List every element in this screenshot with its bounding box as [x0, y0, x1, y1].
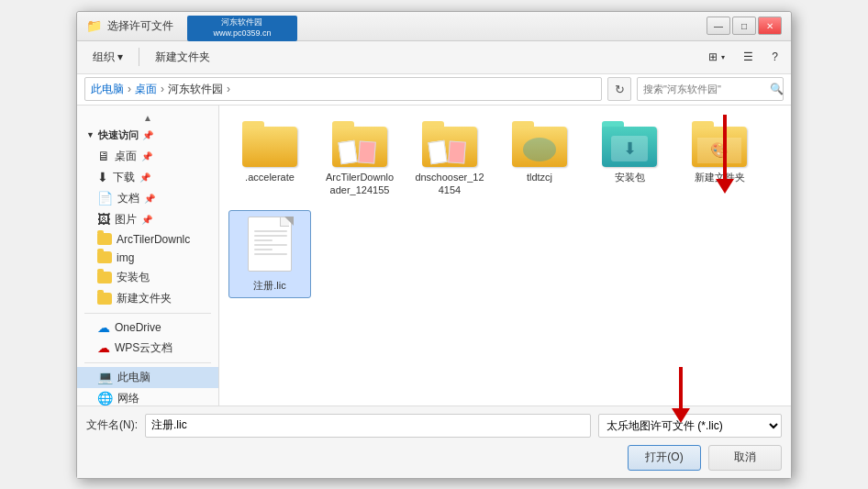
- sidebar-item-install[interactable]: 安装包: [77, 267, 218, 288]
- file-item-lic[interactable]: 注册.lic: [228, 210, 311, 298]
- toolbar: 组织 ▾ 新建文件夹 ⊞ ▾ ☰ ?: [77, 41, 791, 74]
- bottom-arrow-shaft: [679, 367, 683, 408]
- sidebar-desktop-label: 桌面: [115, 149, 137, 164]
- sidebar-pictures-label: 图片: [115, 212, 137, 228]
- help-button[interactable]: ?: [766, 47, 784, 67]
- sidebar-img-label: img: [117, 251, 134, 264]
- documents-pin-icon: 📌: [144, 194, 155, 204]
- file-item-tldtzcj[interactable]: tldtzcj: [498, 115, 581, 204]
- file-grid: .accelerate ArcTilerDownloader_124155: [219, 106, 791, 406]
- view-arrow-icon: ▾: [721, 53, 725, 61]
- lic-file-icon: [246, 217, 294, 275]
- pictures-icon: 🖼: [97, 212, 110, 227]
- filetype-select[interactable]: 太乐地图许可文件 (*.lic): [598, 414, 782, 438]
- install-large-folder-icon: ⬇: [602, 121, 657, 167]
- sidebar-item-onedrive[interactable]: ☁ OneDrive: [77, 317, 218, 338]
- buttons-row: 打开(O) 取消: [86, 445, 782, 471]
- watermark-text: 河东软件园 www.pc0359.cn: [213, 17, 271, 39]
- close-button[interactable]: ✕: [758, 17, 782, 35]
- toolbar-divider: [139, 48, 139, 66]
- sidebar: ▲ ▼ 快速访问 📌 🖥 桌面 📌 ⬇ 下载 📌: [77, 106, 219, 406]
- list-view-icon: ☰: [743, 50, 753, 63]
- downloads-icon: ⬇: [97, 170, 108, 184]
- scroll-up-button[interactable]: ▲: [77, 111, 218, 125]
- open-button[interactable]: 打开(O): [628, 445, 701, 471]
- breadcrumb-desktop[interactable]: 桌面: [135, 82, 157, 97]
- file-item-dnschooser[interactable]: dnschooser_124154: [408, 115, 491, 204]
- bottom-bar: 文件名(N): 太乐地图许可文件 (*.lic) 打开(O) 取消: [77, 406, 791, 478]
- detail-view-button[interactable]: ☰: [738, 47, 759, 67]
- sidebar-documents-label: 文档: [117, 191, 139, 206]
- maximize-button[interactable]: □: [732, 17, 756, 35]
- file-dialog: 📁 选择许可文件 河东软件园 www.pc0359.cn — □ ✕ 组织 ▾ …: [76, 11, 792, 479]
- sidebar-wps-label: WPS云文档: [115, 340, 172, 356]
- sidebar-item-pictures[interactable]: 🖼 图片 📌: [77, 209, 218, 230]
- red-arrow-top: [716, 115, 734, 194]
- breadcrumb: 此电脑 › 桌面 › 河东软件园 ›: [84, 77, 602, 101]
- pictures-pin-icon: 📌: [141, 215, 152, 225]
- sidebar-item-documents[interactable]: 📄 文档 📌: [77, 188, 218, 209]
- onedrive-icon: ☁: [97, 320, 110, 335]
- file-item-install[interactable]: ⬇ 安装包: [588, 115, 671, 204]
- cancel-button[interactable]: 取消: [708, 445, 782, 471]
- sidebar-install-label: 安装包: [117, 270, 150, 285]
- new-folder-button[interactable]: 新建文件夹: [147, 46, 218, 69]
- file-item-arctiler[interactable]: ArcTilerDownloader_124155: [318, 115, 401, 204]
- sidebar-item-downloads[interactable]: ⬇ 下载 📌: [77, 167, 218, 188]
- search-icon: 🔍: [770, 83, 784, 95]
- red-arrow-shaft: [723, 115, 727, 179]
- this-pc-icon: 💻: [97, 370, 113, 384]
- tldtzcj-folder-icon: [512, 121, 567, 167]
- filetype-container: 太乐地图许可文件 (*.lic): [598, 414, 782, 438]
- arctiler-large-label: ArcTilerDownloader_124155: [323, 171, 396, 197]
- expand-arrow-icon: ▼: [86, 130, 95, 139]
- sidebar-quick-access-header[interactable]: ▼ 快速访问 📌: [77, 125, 218, 146]
- dnschooser-folder-icon: [422, 121, 477, 167]
- wps-icon: ☁: [97, 340, 110, 355]
- view-menu-button[interactable]: ⊞ ▾: [703, 47, 730, 67]
- file-item-accelerate[interactable]: .accelerate: [228, 115, 311, 204]
- arctiler-large-folder-icon: [332, 121, 387, 167]
- sidebar-network-label: 网络: [117, 391, 139, 406]
- sidebar-item-this-pc[interactable]: 💻 此电脑: [77, 367, 218, 388]
- sidebar-divider-1: [84, 313, 211, 314]
- watermark: 河东软件园 www.pc0359.cn: [187, 16, 297, 41]
- sidebar-quick-access-group: ▼ 快速访问 📌 🖥 桌面 📌 ⬇ 下载 📌 📄 文档: [77, 125, 218, 309]
- sidebar-item-arctiler[interactable]: ArcTilerDownlc: [77, 230, 218, 249]
- img-folder-icon: [97, 251, 112, 263]
- question-icon: ?: [772, 50, 778, 63]
- downloads-pin-icon: 📌: [139, 172, 150, 183]
- title-bar: 📁 选择许可文件 河东软件园 www.pc0359.cn — □ ✕: [77, 12, 791, 41]
- arctiler-folder-icon: [97, 233, 112, 245]
- search-bar[interactable]: 🔍: [637, 77, 784, 101]
- organize-button[interactable]: 组织 ▾: [84, 46, 131, 69]
- sidebar-item-desktop[interactable]: 🖥 桌面 📌: [77, 146, 218, 167]
- search-input[interactable]: [643, 83, 770, 94]
- red-arrow-head: [716, 179, 734, 194]
- dnschooser-label: dnschooser_124154: [413, 171, 486, 197]
- bottom-arrow-head: [672, 408, 690, 423]
- sidebar-item-network[interactable]: 🌐 网络: [77, 388, 218, 406]
- desktop-icon: 🖥: [97, 149, 110, 163]
- install-folder-icon: [97, 272, 112, 283]
- sidebar-arctiler-label: ArcTilerDownlc: [117, 233, 190, 246]
- tldtzcj-label: tldtzcj: [527, 171, 552, 183]
- accelerate-folder-icon: [242, 121, 297, 167]
- sidebar-new-folder-label: 新建文件夹: [117, 291, 172, 306]
- sidebar-item-wps[interactable]: ☁ WPS云文档: [77, 338, 218, 359]
- minimize-button[interactable]: —: [707, 17, 730, 35]
- sidebar-item-new-folder[interactable]: 新建文件夹: [77, 288, 218, 309]
- filename-input[interactable]: [145, 414, 591, 438]
- sidebar-downloads-label: 下载: [113, 170, 135, 185]
- refresh-button[interactable]: ↻: [607, 77, 631, 101]
- dialog-icon: 📁: [86, 18, 102, 33]
- breadcrumb-this-pc[interactable]: 此电脑: [91, 82, 124, 97]
- sidebar-this-pc-label: 此电脑: [117, 370, 150, 385]
- grid-view-icon: ⊞: [708, 50, 718, 63]
- window-controls: — □ ✕: [707, 17, 782, 35]
- pin-icon: 📌: [142, 130, 153, 140]
- sidebar-item-img[interactable]: img: [77, 249, 218, 267]
- filename-label: 文件名(N):: [86, 417, 138, 433]
- new-folder-icon: [97, 293, 112, 305]
- sidebar-onedrive-label: OneDrive: [115, 321, 161, 334]
